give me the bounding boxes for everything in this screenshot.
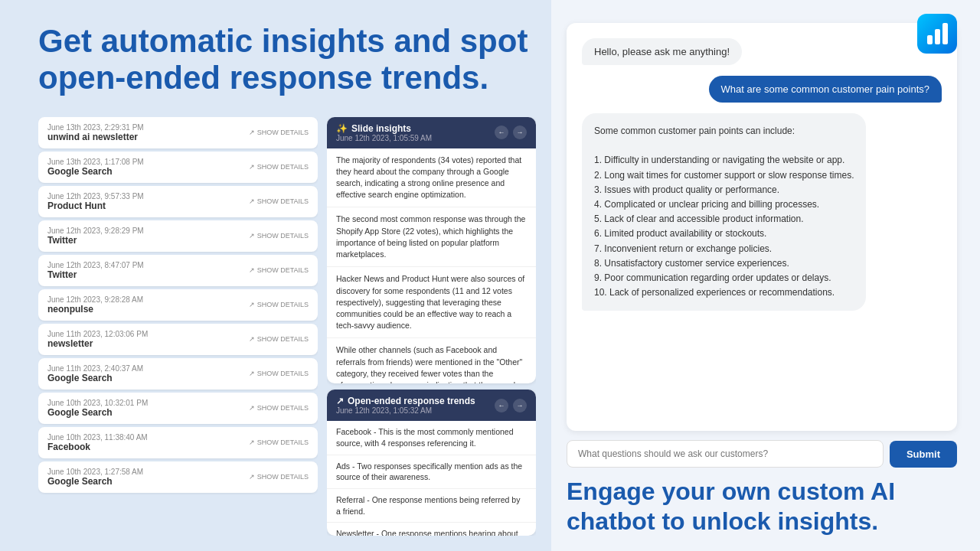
survey-item-name-7: Google Search	[47, 373, 143, 383]
show-details-btn-3[interactable]: SHOW DETAILS	[249, 232, 309, 240]
trends-date: June 12th 2023, 1:05:32 AM	[336, 406, 475, 415]
survey-item-name-2: Product Hunt	[47, 201, 144, 211]
trend-item-4: Newsletter - One response mentions heari…	[327, 523, 536, 536]
survey-item-date-10: June 10th 2023, 1:27:58 AM	[47, 468, 143, 476]
logo-bar-1	[927, 35, 933, 44]
survey-item-left-9: June 10th 2023, 11:38:40 AM Facebook	[47, 433, 148, 452]
insight-item-3: Hacker News and Product Hunt were also s…	[327, 267, 536, 338]
logo-bar-2	[935, 29, 940, 44]
survey-item: June 10th 2023, 1:27:58 AM Google Search…	[38, 461, 318, 493]
next-arrow[interactable]: →	[513, 126, 527, 139]
survey-item-left-6: June 11th 2023, 12:03:06 PM newsletter	[47, 330, 148, 349]
slide-insights-header: ✨ Slide insights June 12th 2023, 1:05:59…	[327, 117, 536, 148]
survey-item: June 13th 2023, 2:29:31 PM unwind ai new…	[38, 117, 318, 148]
slide-insights-title: ✨ Slide insights	[336, 123, 432, 134]
survey-item-left-4: June 12th 2023, 8:47:07 PM Twitter	[47, 261, 144, 280]
show-details-btn-9[interactable]: SHOW DETAILS	[249, 439, 309, 446]
survey-item-left-2: June 12th 2023, 9:57:33 PM Product Hunt	[47, 192, 144, 211]
show-details-btn-2[interactable]: SHOW DETAILS	[249, 197, 309, 205]
survey-item-left-5: June 12th 2023, 9:28:28 AM neonpulse	[47, 295, 143, 315]
survey-item-left-1: June 13th 2023, 1:17:08 PM Google Search	[47, 158, 144, 177]
show-details-btn-10[interactable]: SHOW DETAILS	[249, 473, 309, 481]
chat-greeting: Hello, please ask me anything!	[582, 38, 742, 65]
survey-item-name-4: Twitter	[47, 269, 144, 280]
submit-button[interactable]: Submit	[890, 441, 957, 468]
survey-item-date-7: June 11th 2023, 2:40:37 AM	[47, 364, 143, 373]
sparkle-icon: ✨	[336, 123, 348, 134]
survey-item-name-5: neonpulse	[47, 304, 143, 315]
survey-item-left-7: June 11th 2023, 2:40:37 AM Google Search	[47, 364, 143, 383]
trend-item-3: Referral - One response mentions being r…	[327, 489, 536, 523]
survey-item-name-9: Facebook	[47, 442, 148, 452]
chat-response: Some common customer pain points can inc…	[582, 113, 866, 311]
bottom-tagline: Engage your own custom AI chatbot to unl…	[567, 477, 957, 536]
show-details-btn-0[interactable]: SHOW DETAILS	[249, 129, 309, 136]
survey-item-date-0: June 13th 2023, 2:29:31 PM	[47, 123, 144, 132]
survey-item-name-3: Twitter	[47, 235, 144, 246]
content-row: June 13th 2023, 2:29:31 PM unwind ai new…	[38, 117, 536, 536]
trends-title: ↗ Open-ended response trends	[336, 396, 475, 406]
survey-list: June 13th 2023, 2:29:31 PM unwind ai new…	[38, 117, 318, 536]
left-panel: Get automatic insights and spot open-end…	[0, 0, 551, 551]
show-details-btn-4[interactable]: SHOW DETAILS	[249, 266, 309, 274]
survey-item-date-2: June 12th 2023, 9:57:33 PM	[47, 192, 144, 201]
survey-item-date-1: June 13th 2023, 1:17:08 PM	[47, 158, 144, 166]
survey-item: June 11th 2023, 2:40:37 AM Google Search…	[38, 358, 318, 390]
survey-item-name-10: Google Search	[47, 476, 143, 487]
prev-arrow[interactable]: ←	[495, 126, 508, 139]
show-details-btn-7[interactable]: SHOW DETAILS	[249, 370, 309, 377]
response-text: Some common customer pain points can inc…	[594, 126, 854, 298]
survey-item-left-0: June 13th 2023, 2:29:31 PM unwind ai new…	[47, 123, 144, 142]
survey-item: June 12th 2023, 9:28:28 AM neonpulse SHO…	[38, 289, 318, 321]
right-panel: Hello, please ask me anything! What are …	[551, 0, 980, 551]
survey-item-name-0: unwind ai newsletter	[47, 132, 144, 142]
chat-input[interactable]	[567, 440, 884, 468]
logo-bar-3	[942, 23, 948, 44]
chat-input-row: Submit	[567, 440, 957, 468]
trends-card: ↗ Open-ended response trends June 12th 2…	[327, 390, 536, 536]
insight-item-1: The majority of respondents (34 votes) r…	[327, 148, 536, 208]
logo-bars	[927, 23, 948, 44]
insight-item-4: While other channels (such as Facebook a…	[327, 338, 536, 383]
survey-item-date-5: June 12th 2023, 9:28:28 AM	[47, 295, 143, 304]
survey-item-date-4: June 12th 2023, 8:47:07 PM	[47, 261, 144, 269]
logo-badge	[917, 14, 957, 54]
survey-item: June 12th 2023, 9:28:29 PM Twitter SHOW …	[38, 220, 318, 252]
chat-container: Hello, please ask me anything! What are …	[567, 23, 957, 431]
survey-item: June 11th 2023, 12:03:06 PM newsletter S…	[38, 324, 318, 355]
survey-item-name-8: Google Search	[47, 407, 148, 418]
trends-next-arrow[interactable]: →	[513, 399, 527, 412]
survey-item: June 13th 2023, 1:17:08 PM Google Search…	[38, 152, 318, 183]
slide-insights-date: June 12th 2023, 1:05:59 AM	[336, 134, 432, 142]
survey-item-date-9: June 10th 2023, 11:38:40 AM	[47, 433, 148, 442]
show-details-btn-8[interactable]: SHOW DETAILS	[249, 404, 309, 412]
survey-item-left-3: June 12th 2023, 9:28:29 PM Twitter	[47, 227, 144, 246]
survey-item-name-6: newsletter	[47, 338, 148, 349]
survey-item: June 12th 2023, 9:57:33 PM Product Hunt …	[38, 186, 318, 217]
trend-icon: ↗	[336, 396, 344, 406]
show-details-btn-1[interactable]: SHOW DETAILS	[249, 163, 309, 171]
trends-card-header: ↗ Open-ended response trends June 12th 2…	[327, 390, 536, 421]
headline: Get automatic insights and spot open-end…	[38, 23, 536, 97]
survey-item-left-10: June 10th 2023, 1:27:58 AM Google Search	[47, 468, 143, 487]
trend-item-1: Facebook - This is the most commonly men…	[327, 421, 536, 455]
slide-insights-nav: ← →	[495, 126, 527, 139]
survey-item-name-1: Google Search	[47, 166, 144, 177]
survey-item-date-8: June 10th 2023, 10:32:01 PM	[47, 399, 148, 407]
survey-item-date-6: June 11th 2023, 12:03:06 PM	[47, 330, 148, 338]
trend-item-2: Ads - Two responses specifically mention…	[327, 455, 536, 489]
insight-item-2: The second most common response was thro…	[327, 207, 536, 267]
survey-item: June 10th 2023, 11:38:40 AM Facebook SHO…	[38, 427, 318, 458]
insights-panel: ✨ Slide insights June 12th 2023, 1:05:59…	[327, 117, 536, 536]
survey-item: June 12th 2023, 8:47:07 PM Twitter SHOW …	[38, 255, 318, 286]
survey-item: June 10th 2023, 10:32:01 PM Google Searc…	[38, 393, 318, 424]
survey-item-left-8: June 10th 2023, 10:32:01 PM Google Searc…	[47, 399, 148, 418]
trends-card-nav: ← →	[495, 399, 527, 412]
survey-item-date-3: June 12th 2023, 9:28:29 PM	[47, 227, 144, 235]
trends-prev-arrow[interactable]: ←	[495, 399, 508, 412]
slide-insights-card: ✨ Slide insights June 12th 2023, 1:05:59…	[327, 117, 536, 384]
main-container: Get automatic insights and spot open-end…	[0, 0, 980, 551]
show-details-btn-5[interactable]: SHOW DETAILS	[249, 301, 309, 308]
show-details-btn-6[interactable]: SHOW DETAILS	[249, 335, 309, 343]
chat-user-message: What are some common customer pain point…	[709, 76, 942, 103]
